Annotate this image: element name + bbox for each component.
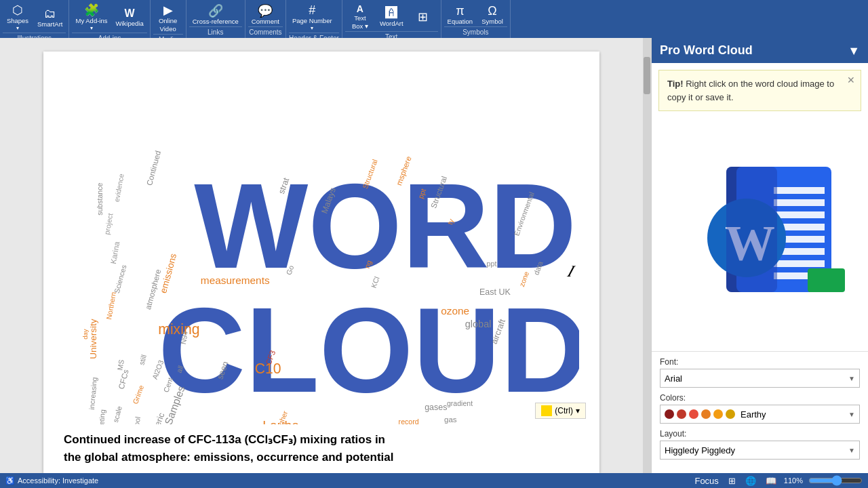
svg-text:ppt: ppt — [487, 260, 497, 268]
my-addins-button[interactable]: 🧩 My Add-ins ▾ — [72, 3, 111, 33]
read-mode-button[interactable]: 📖 — [764, 475, 778, 487]
scrollbar-thumb[interactable] — [644, 57, 650, 94]
svg-rect-66 — [774, 199, 825, 206]
color-dot-1 — [665, 409, 674, 419]
comments-label: Comments — [248, 26, 283, 38]
svg-text:depleting: depleting — [96, 409, 106, 424]
font-select[interactable]: Arial ▼ — [660, 369, 860, 388]
cross-reference-button[interactable]: 🔗 Cross-reference — [189, 3, 242, 26]
color-dot-2 — [677, 409, 686, 419]
ribbon-text-group: A Text Box ▾ 🅰 WordArt ⊞ Text — [342, 0, 441, 38]
svg-text:C10: C10 — [255, 361, 281, 376]
layout-control-row: Layout: Higgledy Piggledy ▼ — [660, 429, 860, 460]
document-area: WORD CLOUD substance evidence Continued … — [0, 38, 643, 473]
textbox-icon: A — [357, 4, 363, 14]
sidebar: Pro Word Cloud ▼ Tip! Right click on the… — [651, 38, 868, 473]
svg-text:measurements: measurements — [201, 274, 270, 286]
text-cursor: 𝐼 — [567, 262, 572, 281]
textbox-button[interactable]: A Text Box ▾ — [345, 3, 375, 31]
ribbon-media-group: ▶ Online Video Media — [151, 0, 186, 38]
svg-rect-65 — [774, 187, 825, 194]
video-icon: ▶ — [163, 4, 173, 16]
font-label: Font: — [660, 357, 860, 367]
focus-button[interactable]: Focus — [692, 475, 720, 487]
svg-rect-75 — [808, 268, 845, 292]
svg-text:Atmospheric: Atmospheric — [141, 411, 166, 424]
print-layout-button[interactable]: ⊞ — [726, 475, 738, 487]
word-logo-svg: W — [672, 160, 848, 309]
ribbon-symbols-group: π Equation Ω Symbol Symbols — [441, 0, 511, 38]
svg-text:scale: scale — [111, 405, 123, 424]
shapes-icon: ⬡ — [12, 4, 23, 16]
ribbon-links-group: 🔗 Cross-reference Links — [186, 0, 245, 38]
word-logo-area: W — [652, 118, 868, 351]
word-cloud-container: WORD CLOUD substance evidence Continued … — [64, 72, 579, 424]
colors-control-row: Colors: Earthy ▼ — [660, 393, 860, 424]
sidebar-title: Pro Word Cloud — [660, 43, 753, 58]
symbol-icon: Ω — [488, 5, 496, 17]
word-cloud-cloud-text: CLOUD — [158, 283, 579, 418]
font-value: Arial — [665, 373, 682, 384]
equation-button[interactable]: π Equation — [444, 3, 477, 26]
layout-value: Higgledy Piggledy — [665, 445, 735, 455]
color-dot-5 — [713, 409, 723, 419]
zoom-slider[interactable] — [808, 475, 863, 486]
symbol-button[interactable]: Ω Symbol — [477, 3, 507, 26]
vertical-scrollbar[interactable] — [643, 38, 651, 473]
comment-button[interactable]: 💬 Comment — [248, 3, 283, 26]
ribbon-addins-group: 🧩 My Add-ins ▾ W Wikipedia Add-ins — [69, 0, 150, 38]
wordart-icon: 🅰 — [385, 7, 397, 19]
svg-text:global: global — [465, 319, 492, 329]
wikipedia-icon: W — [125, 8, 135, 19]
layout-dropdown-arrow: ▼ — [848, 447, 855, 454]
page-number-button[interactable]: # Page Number ▾ — [289, 3, 336, 33]
svg-text:mixing: mixing — [158, 321, 199, 338]
pagenumber-icon: # — [309, 4, 315, 16]
font-dropdown-arrow: ▼ — [848, 375, 855, 382]
color-dot-6 — [726, 409, 735, 419]
paste-tooltip[interactable]: (Ctrl) ▾ — [535, 403, 586, 419]
equation-icon: π — [456, 5, 464, 17]
sidebar-header: Pro Word Cloud ▼ — [652, 38, 868, 63]
moretext-icon: ⊞ — [418, 11, 428, 23]
svg-text:gases: gases — [425, 403, 447, 412]
symbols-label: Symbols — [444, 26, 508, 38]
sidebar-close-button[interactable]: ▼ — [848, 45, 860, 57]
svg-text:School: School — [130, 416, 142, 424]
document-scroll-area[interactable]: WORD CLOUD substance evidence Continued … — [0, 38, 643, 473]
svg-text:ozone: ozone — [441, 305, 469, 317]
status-bar-right: Focus ⊞ 🌐 📖 110% — [692, 475, 863, 487]
svg-text:Continued: Continued — [145, 150, 162, 186]
accessibility-status: ♿ Accessibility: Investigate — [5, 476, 98, 485]
svg-text:isol: isol — [298, 424, 309, 424]
links-label: Links — [189, 26, 242, 38]
word-logo: W — [672, 160, 848, 309]
colors-name: Earthy — [741, 409, 766, 420]
svg-rect-76 — [726, 167, 777, 292]
colors-select[interactable]: Earthy ▼ — [660, 405, 860, 424]
online-video-button[interactable]: ▶ Online Video — [153, 3, 183, 34]
layout-select[interactable]: Higgledy Piggledy ▼ — [660, 441, 860, 460]
tip-close-button[interactable]: ✕ — [847, 73, 855, 87]
svg-rect-71 — [774, 260, 825, 267]
svg-rect-67 — [774, 211, 825, 218]
more-text-button[interactable]: ⊞ — [408, 9, 438, 24]
ribbon-comments-group: 💬 Comment Comments — [245, 0, 286, 38]
wordart-button[interactable]: 🅰 WordArt — [376, 5, 407, 28]
paste-icon — [541, 405, 552, 416]
smartart-button[interactable]: 🗂 SmartArt — [34, 6, 66, 29]
svg-text:increasing: increasing — [87, 377, 98, 410]
ribbon-illustrations-group: ⬡ Shapes ▾ 🗂 SmartArt Illustrations — [0, 0, 69, 38]
shapes-button[interactable]: ⬡ Shapes ▾ — [3, 3, 33, 33]
font-control-row: Font: Arial ▼ — [660, 357, 860, 388]
status-bar: ♿ Accessibility: Investigate Focus ⊞ 🌐 📖… — [0, 473, 868, 488]
svg-text:University: University — [88, 319, 98, 359]
web-layout-button[interactable]: 🌐 — [743, 475, 758, 487]
colors-row: Earthy — [665, 409, 766, 420]
svg-text:Karina: Karina — [109, 241, 121, 265]
wikipedia-button[interactable]: W Wikipedia — [112, 7, 146, 28]
colors-label: Colors: — [660, 393, 860, 403]
tip-text: Right click on the word cloud image to c… — [667, 79, 834, 102]
sidebar-controls: Font: Arial ▼ Colors: E — [652, 351, 868, 473]
smartart-icon: 🗂 — [44, 7, 56, 20]
